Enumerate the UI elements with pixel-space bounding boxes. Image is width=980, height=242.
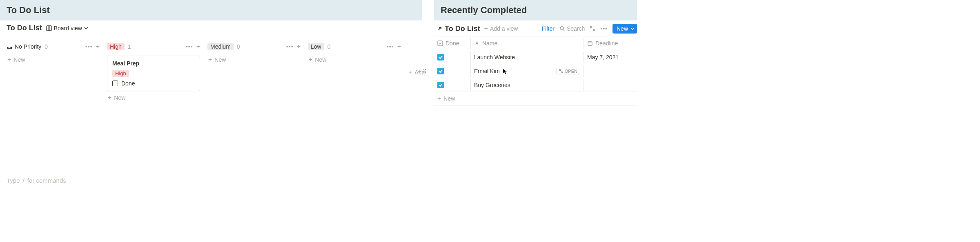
cell-done[interactable] [434, 79, 471, 91]
new-card-button[interactable]: + New [107, 91, 200, 104]
board-view-selector[interactable]: Board view [46, 25, 88, 31]
col-tag-low: Low [308, 43, 324, 50]
board-icon [46, 25, 52, 31]
col-header-done[interactable]: Done [434, 38, 471, 49]
row-deadline: May 7, 2021 [587, 54, 619, 60]
new-button[interactable]: New [612, 24, 637, 34]
add-row-icon[interactable]: + [418, 68, 421, 74]
board-col-header: Medium 0 ••• + [207, 40, 301, 53]
col-actions: ••• + [85, 43, 100, 50]
new-row-label: New [443, 95, 455, 102]
open-label: OPEN [565, 69, 577, 74]
table-row[interactable]: Buy Groceries [434, 78, 637, 92]
table: Done Name Deadline [434, 36, 637, 105]
new-label: New [13, 56, 25, 63]
add-card-button[interactable]: + [196, 43, 200, 50]
new-label: New [214, 56, 226, 63]
card-meal-prep[interactable]: Meal Prep High Done [107, 56, 200, 91]
new-row-button[interactable]: + New [434, 92, 637, 105]
left-panel: To Do List To Do List Board view No Prio… [0, 0, 422, 190]
add-card-button[interactable]: + [96, 43, 100, 50]
more-icon[interactable]: ••• [286, 43, 294, 50]
row-hover-actions: + [418, 68, 427, 74]
new-label: New [315, 56, 326, 63]
cell-done[interactable] [434, 65, 471, 77]
svg-line-4 [563, 29, 564, 31]
more-icon[interactable]: ••• [85, 43, 93, 50]
board-col-no-priority: No Priority 0 ••• + + New [7, 40, 100, 104]
new-card-button[interactable]: + New [308, 53, 401, 66]
cell-name[interactable]: Email Kim OPEN [471, 65, 584, 77]
right-panel: Recently Completed To Do List + Add a vi… [434, 0, 637, 190]
board-col-low: Low 0 ••• + + New [308, 40, 401, 104]
db-title-right-wrap[interactable]: To Do List [437, 25, 480, 33]
section-title-left: To Do List [7, 5, 50, 15]
cell-deadline[interactable]: May 7, 2021 [584, 52, 637, 63]
col-count: 0 [327, 43, 331, 50]
more-icon[interactable]: ••• [600, 25, 608, 32]
search-button[interactable]: Search [559, 25, 585, 32]
col-header-name-label: Name [482, 40, 497, 47]
arrow-upright-icon [437, 26, 442, 31]
more-icon[interactable]: ••• [387, 43, 394, 50]
svg-point-3 [560, 27, 564, 30]
open-button[interactable]: OPEN [556, 68, 580, 74]
col-actions: ••• + [186, 43, 200, 50]
more-icon[interactable]: ••• [186, 43, 193, 50]
search-icon [559, 26, 565, 31]
col-header-name[interactable]: Name [471, 38, 584, 49]
checkbox-unchecked[interactable] [112, 81, 118, 86]
section-title-right: Recently Completed [441, 5, 527, 15]
expand-icon[interactable] [590, 26, 595, 31]
svg-rect-0 [47, 26, 51, 31]
board-col-header: High 1 ••• + [107, 40, 200, 53]
board-col-high: High 1 ••• + Meal Prep High Done + New [107, 40, 200, 104]
card-tag-high: High [112, 70, 129, 77]
svg-rect-5 [438, 41, 443, 46]
col-name: No Priority [15, 43, 41, 50]
new-button-label: New [617, 25, 628, 32]
svg-rect-6 [588, 42, 592, 45]
text-col-icon [474, 40, 480, 46]
col-tag-high: High [107, 43, 125, 50]
card-done-label: Done [121, 80, 135, 87]
svg-point-12 [423, 70, 424, 71]
expand-icon [559, 69, 563, 73]
new-card-button[interactable]: + New [7, 53, 100, 66]
row-name: Buy Groceries [474, 82, 510, 88]
plus-icon: + [208, 56, 212, 63]
board-col-medium: Medium 0 ••• + + New [207, 40, 301, 104]
add-view-button[interactable]: + Add a view [484, 25, 518, 32]
drag-handle-icon[interactable] [423, 68, 427, 74]
cell-done[interactable] [434, 52, 471, 63]
cell-deadline[interactable] [584, 69, 637, 74]
slash-command-placeholder[interactable]: Type '/' for commands [0, 170, 422, 190]
col-header-deadline[interactable]: Deadline [584, 38, 637, 49]
search-label: Search [567, 25, 585, 32]
add-view-label: Add a view [490, 25, 518, 32]
new-card-button[interactable]: + New [207, 53, 301, 66]
col-tag-medium: Medium [207, 43, 234, 50]
svg-point-14 [423, 72, 424, 73]
col-tag-no-priority: No Priority [7, 43, 41, 50]
checkbox-checked[interactable] [437, 54, 444, 60]
table-row[interactable]: + Email Kim OPEN [434, 64, 637, 78]
checkbox-checked[interactable] [437, 82, 444, 88]
cell-name[interactable]: Buy Groceries [471, 79, 584, 91]
cell-name[interactable]: Launch Website [471, 52, 584, 63]
right-toolbar: Filter Search ••• New [542, 24, 637, 34]
svg-point-11 [425, 69, 426, 69]
col-header-deadline-label: Deadline [595, 40, 618, 47]
add-card-button[interactable]: + [397, 43, 401, 50]
filter-button[interactable]: Filter [542, 25, 555, 32]
cell-deadline[interactable] [584, 83, 637, 87]
calendar-col-icon [587, 40, 593, 46]
db-title-left: To Do List [7, 24, 42, 32]
row-name: Email Kim [474, 68, 500, 74]
col-count: 1 [128, 43, 131, 50]
checkbox-checked[interactable] [437, 68, 444, 74]
table-row[interactable]: Launch Website May 7, 2021 [434, 50, 637, 64]
add-card-button[interactable]: + [297, 43, 301, 50]
card-title: Meal Prep [112, 60, 195, 67]
table-header-row: Done Name Deadline [434, 36, 637, 50]
